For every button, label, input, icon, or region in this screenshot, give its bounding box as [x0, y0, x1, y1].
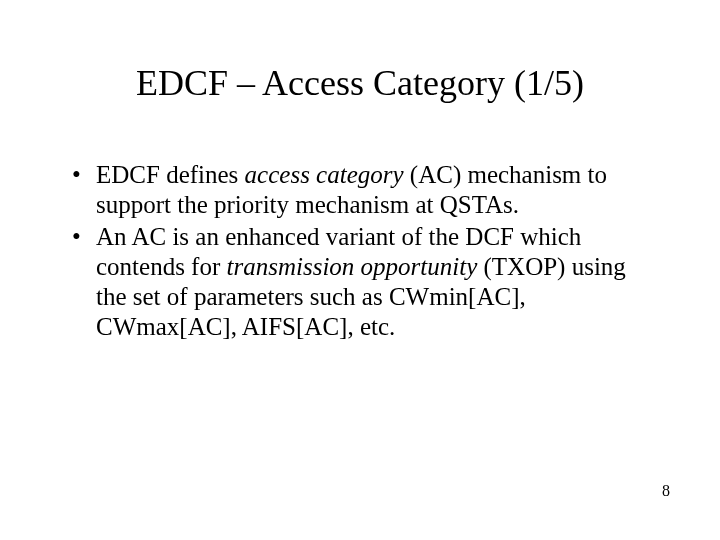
- bullet-marker: •: [72, 160, 96, 220]
- bullet-text: EDCF defines access category (AC) mechan…: [96, 160, 658, 220]
- bullet-text: An AC is an enhanced variant of the DCF …: [96, 222, 658, 342]
- italic-run: transmission opportunity: [227, 253, 478, 280]
- bullet-item: • An AC is an enhanced variant of the DC…: [72, 222, 658, 342]
- bullet-item: • EDCF defines access category (AC) mech…: [72, 160, 658, 220]
- slide-body: • EDCF defines access category (AC) mech…: [72, 160, 658, 344]
- text-run: EDCF defines: [96, 161, 245, 188]
- slide-title: EDCF – Access Category (1/5): [0, 62, 720, 104]
- page-number: 8: [662, 482, 670, 500]
- slide: EDCF – Access Category (1/5) • EDCF defi…: [0, 0, 720, 540]
- bullet-marker: •: [72, 222, 96, 342]
- italic-run: access category: [245, 161, 404, 188]
